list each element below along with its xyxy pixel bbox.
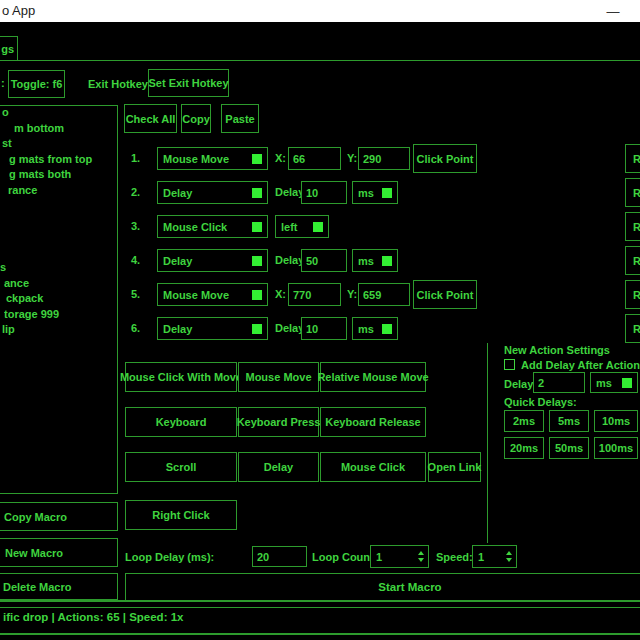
- delay-input[interactable]: [301, 317, 347, 340]
- action-type-dropdown[interactable]: Delay: [157, 317, 268, 340]
- remove-action-button[interactable]: Remove: [625, 212, 640, 241]
- delay-unit-dropdown[interactable]: ms: [352, 317, 398, 340]
- loop-count-label: Loop Count:: [312, 551, 377, 563]
- new-action-delay-input[interactable]: [533, 372, 585, 393]
- action-type-value: Mouse Click: [163, 221, 227, 233]
- remove-action-button[interactable]: Remove: [625, 144, 640, 173]
- palette-button-delay[interactable]: Delay: [238, 452, 319, 482]
- titlebar: o App —: [0, 0, 640, 22]
- quick-delay-button-100ms[interactable]: 100ms: [594, 437, 638, 459]
- action-type-value: Mouse Move: [163, 289, 229, 301]
- quick-delay-button-20ms[interactable]: 20ms: [504, 437, 544, 459]
- macro-list-item[interactable]: ckpack: [6, 292, 121, 304]
- exit-hotkey-label: Exit Hotkey:: [88, 78, 152, 90]
- paste-button[interactable]: Paste: [221, 104, 259, 133]
- palette-button-keyboard-release[interactable]: Keyboard Release: [320, 407, 426, 437]
- delay-unit-value: ms: [358, 323, 374, 335]
- delay-unit-dropdown[interactable]: ms: [352, 181, 398, 204]
- palette-button-keyboard[interactable]: Keyboard: [125, 407, 237, 437]
- macro-list-item[interactable]: lip: [2, 323, 117, 335]
- remove-action-button[interactable]: Remove: [625, 246, 640, 275]
- palette-button-relative-mouse-move[interactable]: Relative Mouse Move: [320, 362, 426, 392]
- palette-button-mouse-click-with-move[interactable]: Mouse Click With Move: [125, 362, 237, 392]
- quick-delay-button-5ms[interactable]: 5ms: [549, 410, 589, 432]
- check-all-button[interactable]: Check All: [124, 104, 177, 133]
- click-point-button[interactable]: Click Point: [413, 144, 477, 173]
- macro-list-item[interactable]: s: [0, 261, 115, 273]
- new-action-separator: [487, 343, 488, 543]
- remove-action-button[interactable]: Remove: [625, 178, 640, 207]
- speed-stepper[interactable]: 1: [472, 545, 517, 568]
- panel-bottom-border: [0, 600, 640, 602]
- loop-count-stepper[interactable]: 1: [370, 545, 429, 568]
- palette-button-mouse-move[interactable]: Mouse Move: [238, 362, 319, 392]
- stepper-arrows-icon[interactable]: [418, 551, 424, 562]
- quick-delays-label: Quick Delays:: [504, 396, 577, 408]
- quick-delay-button-2ms[interactable]: 2ms: [504, 410, 544, 432]
- action-type-dropdown[interactable]: Delay: [157, 249, 268, 272]
- action-type-dropdown[interactable]: Mouse Click: [157, 215, 268, 238]
- dropdown-indicator-icon: [252, 222, 262, 232]
- mouse-button-dropdown[interactable]: left: [275, 215, 329, 238]
- macro-list-item[interactable]: g mats from top: [9, 153, 124, 165]
- action-type-value: Delay: [163, 255, 192, 267]
- add-delay-checkbox[interactable]: [504, 359, 515, 370]
- macro-list-item[interactable]: rance: [8, 184, 123, 196]
- stepper-arrows-icon[interactable]: [506, 551, 512, 562]
- set-exit-hotkey-button[interactable]: Set Exit Hotkey: [148, 69, 229, 97]
- delay-input[interactable]: [301, 181, 347, 204]
- new-action-title: New Action Settings: [504, 344, 610, 356]
- dropdown-indicator-icon: [252, 154, 262, 164]
- add-delay-label: Add Delay After Action: [521, 359, 640, 371]
- start-macro-button[interactable]: Start Macro: [125, 573, 640, 601]
- copy-macro-button[interactable]: Copy Macro: [0, 502, 118, 531]
- macro-list-item[interactable]: torage 999: [4, 308, 119, 320]
- macro-list-item[interactable]: ance: [4, 277, 119, 289]
- palette-button-scroll[interactable]: Scroll: [125, 452, 237, 482]
- macro-list-item[interactable]: o: [2, 106, 117, 118]
- x-label: X:: [275, 288, 286, 300]
- minimize-button[interactable]: —: [598, 0, 628, 22]
- new-action-unit-dropdown[interactable]: ms: [590, 372, 638, 393]
- delay-unit-value: ms: [358, 187, 374, 199]
- delay-unit-dropdown[interactable]: ms: [352, 249, 398, 272]
- remove-action-button[interactable]: Remove: [625, 280, 640, 309]
- palette-button-mouse-click[interactable]: Mouse Click: [320, 452, 426, 482]
- y-label: Y:: [347, 288, 357, 300]
- loop-count-value: 1: [371, 551, 382, 563]
- dropdown-indicator-icon: [382, 324, 392, 334]
- action-type-dropdown[interactable]: Mouse Move: [157, 283, 268, 306]
- delay-label: Delay: [275, 254, 304, 266]
- action-type-value: Delay: [163, 323, 192, 335]
- loop-delay-label: Loop Delay (ms):: [125, 551, 214, 563]
- palette-button-keyboard-press[interactable]: Keyboard Press: [238, 407, 319, 437]
- action-type-dropdown[interactable]: Mouse Move: [157, 147, 268, 170]
- macro-list-item[interactable]: g mats both: [9, 168, 124, 180]
- window-title: o App: [2, 3, 35, 18]
- mouse-button-value: left: [281, 221, 298, 233]
- loop-delay-input[interactable]: [252, 546, 307, 567]
- tab-settings[interactable]: gs: [0, 36, 18, 61]
- y-input[interactable]: [358, 147, 410, 170]
- palette-button-right-click[interactable]: Right Click: [125, 500, 237, 530]
- x-input[interactable]: [288, 283, 341, 306]
- delay-input[interactable]: [301, 249, 347, 272]
- delete-macro-button[interactable]: Delete Macro: [0, 573, 118, 600]
- quick-delay-button-10ms[interactable]: 10ms: [594, 410, 638, 432]
- copy-button[interactable]: Copy: [181, 104, 211, 133]
- macro-list-item[interactable]: m bottom: [14, 122, 129, 134]
- click-point-button[interactable]: Click Point: [413, 280, 477, 309]
- action-type-value: Mouse Move: [163, 153, 229, 165]
- palette-button-open-link[interactable]: Open Link: [428, 452, 481, 482]
- x-input[interactable]: [288, 147, 341, 170]
- remove-action-button[interactable]: Remove: [625, 314, 640, 343]
- new-macro-button[interactable]: New Macro: [0, 538, 118, 567]
- quick-delay-button-50ms[interactable]: 50ms: [549, 437, 589, 459]
- action-row-number: 4.: [131, 254, 140, 266]
- action-type-dropdown[interactable]: Delay: [157, 181, 268, 204]
- macro-list-item[interactable]: st: [2, 137, 117, 149]
- y-input[interactable]: [358, 283, 410, 306]
- toggle-hotkey-button[interactable]: Toggle: f6: [8, 70, 65, 98]
- speed-label: Speed:: [436, 551, 473, 563]
- action-row-number: 6.: [131, 322, 140, 334]
